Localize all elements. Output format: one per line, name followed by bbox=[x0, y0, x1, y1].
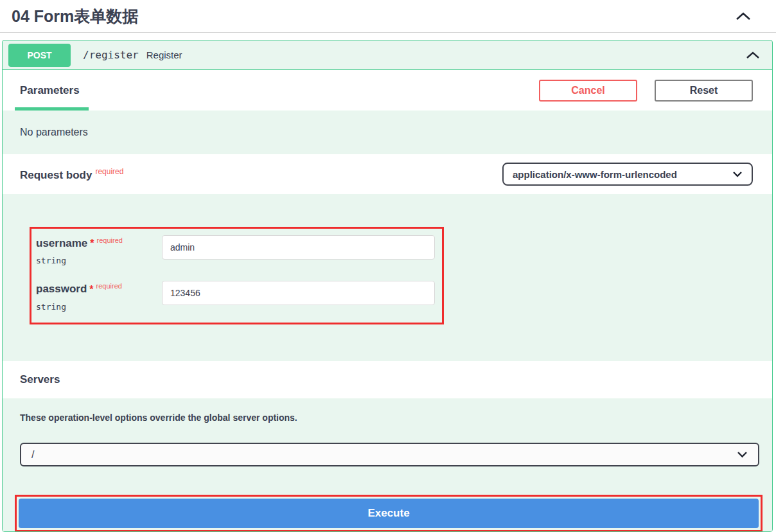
servers-note: These operation-level options override t… bbox=[20, 412, 772, 423]
chevron-down-icon bbox=[737, 451, 748, 458]
required-asterisk: * bbox=[90, 238, 94, 249]
field-required-label: required bbox=[96, 282, 122, 290]
chevron-down-icon bbox=[732, 171, 743, 177]
field-name-username: username bbox=[36, 237, 87, 249]
endpoint-summary: Register bbox=[146, 49, 182, 60]
chevron-up-icon bbox=[745, 51, 761, 60]
no-parameters-text: No parameters bbox=[3, 111, 772, 154]
username-input[interactable] bbox=[162, 235, 435, 260]
chevron-up-icon bbox=[735, 12, 752, 21]
field-row-username: username*required string bbox=[36, 235, 442, 265]
request-body-form-area: username*required string password*requir… bbox=[3, 194, 772, 361]
servers-content: These operation-level options override t… bbox=[3, 398, 772, 532]
opblock-summary[interactable]: POST /register Register bbox=[3, 40, 772, 70]
tab-parameters[interactable]: Parameters bbox=[15, 70, 89, 111]
annotation-box-execute: Execute bbox=[15, 495, 763, 532]
server-select[interactable]: / bbox=[20, 443, 759, 466]
servers-title: Servers bbox=[20, 373, 60, 386]
section-header: 04 Form表单数据 bbox=[0, 0, 776, 33]
request-body-label-text: Request body bbox=[20, 168, 92, 181]
request-body-label: Request bodyrequired bbox=[20, 167, 123, 182]
server-selected-value: / bbox=[31, 449, 34, 461]
field-name-password: password bbox=[36, 283, 87, 296]
field-label-username: username*required string bbox=[36, 235, 162, 265]
execute-button[interactable]: Execute bbox=[19, 499, 759, 528]
opblock-post-register: POST /register Register Parameters Cance… bbox=[2, 40, 773, 532]
annotation-box-request-fields: username*required string password*requir… bbox=[30, 227, 444, 324]
field-label-password: password*required string bbox=[36, 281, 162, 311]
section-collapse-button[interactable] bbox=[734, 10, 753, 22]
reset-button[interactable]: Reset bbox=[655, 80, 753, 102]
request-body-required-label: required bbox=[95, 167, 123, 176]
content-type-select[interactable]: application/x-www-form-urlencoded bbox=[502, 163, 753, 186]
servers-header-row: Servers bbox=[3, 361, 772, 398]
opblock-collapse-button[interactable] bbox=[744, 49, 762, 61]
tab-parameters-label: Parameters bbox=[20, 84, 80, 97]
field-required-label: required bbox=[97, 236, 123, 244]
method-badge: POST bbox=[8, 44, 71, 67]
field-type-username: string bbox=[36, 256, 162, 265]
endpoint-path: /register bbox=[83, 49, 139, 61]
parameters-header-row: Parameters Cancel Reset bbox=[3, 70, 772, 111]
cancel-button[interactable]: Cancel bbox=[539, 80, 637, 102]
content-type-selected-value: application/x-www-form-urlencoded bbox=[513, 169, 677, 180]
tab-buttons: Cancel Reset bbox=[539, 80, 753, 102]
page-title: 04 Form表单数据 bbox=[12, 6, 138, 27]
request-body-row: Request bodyrequired application/x-www-f… bbox=[3, 154, 772, 194]
field-type-password: string bbox=[36, 302, 162, 312]
password-input[interactable] bbox=[162, 281, 435, 305]
field-row-password: password*required string bbox=[36, 281, 442, 311]
required-asterisk: * bbox=[89, 284, 93, 295]
